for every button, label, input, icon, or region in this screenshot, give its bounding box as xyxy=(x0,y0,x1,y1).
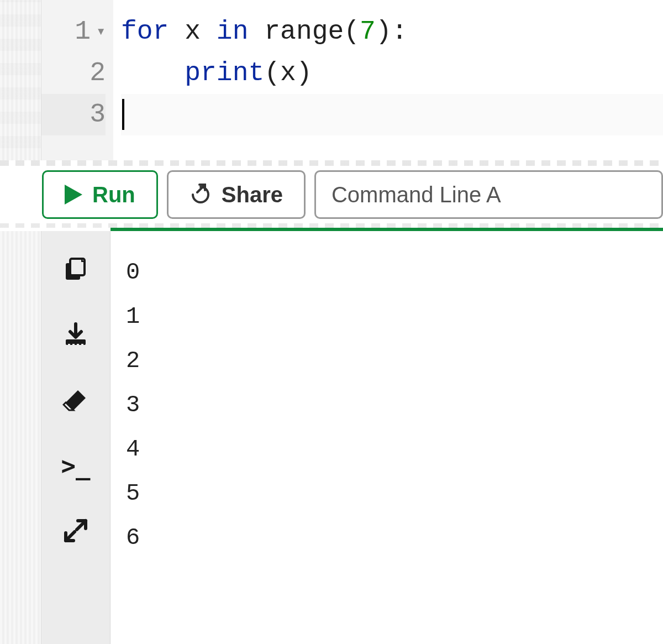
output-line: 6 xyxy=(126,516,663,561)
output-text[interactable]: 0123456 xyxy=(110,231,663,644)
output-panel: >_ 0123456 xyxy=(0,231,663,644)
copy-icon xyxy=(62,256,89,283)
output-toolbar: >_ xyxy=(41,231,110,644)
share-button[interactable]: Share xyxy=(167,170,306,219)
output-line: 3 xyxy=(126,384,663,428)
share-button-label: Share xyxy=(222,182,283,207)
command-line-button[interactable]: Command Line A xyxy=(314,170,663,219)
terminal-icon: >_ xyxy=(61,452,91,480)
text-cursor xyxy=(122,99,124,130)
output-line: 0 xyxy=(126,251,663,295)
button-divider xyxy=(0,223,663,228)
code-line[interactable] xyxy=(121,94,663,135)
svg-rect-6 xyxy=(77,344,79,346)
download-icon xyxy=(62,322,89,348)
copy-button[interactable] xyxy=(59,253,92,286)
run-button-label: Run xyxy=(92,182,135,207)
action-bar: Run Share Command Line A xyxy=(0,166,663,223)
editor-left-strip xyxy=(0,0,41,160)
eraser-icon xyxy=(62,387,89,413)
code-content[interactable]: for x in range(7): print(x) xyxy=(113,0,663,160)
fullscreen-icon xyxy=(62,517,89,544)
output-left-strip xyxy=(0,231,41,644)
editor-divider xyxy=(0,160,663,166)
play-icon xyxy=(65,185,82,205)
svg-rect-4 xyxy=(68,344,70,346)
svg-rect-7 xyxy=(81,344,83,346)
fullscreen-button[interactable] xyxy=(59,514,92,547)
fold-caret-icon[interactable]: ▾ xyxy=(96,11,106,53)
line-number-gutter: 1▾23 xyxy=(41,0,113,160)
share-icon xyxy=(190,184,212,206)
erase-button[interactable] xyxy=(59,384,92,417)
terminal-button[interactable]: >_ xyxy=(59,449,92,482)
code-editor[interactable]: 1▾23 for x in range(7): print(x) xyxy=(0,0,663,160)
svg-rect-5 xyxy=(72,344,75,346)
run-button[interactable]: Run xyxy=(42,170,158,219)
output-line: 5 xyxy=(126,472,663,516)
output-line: 4 xyxy=(126,428,663,472)
svg-marker-0 xyxy=(65,185,82,205)
line-number: 2 xyxy=(41,53,106,94)
line-number: 3 xyxy=(41,94,106,135)
code-line[interactable]: print(x) xyxy=(121,53,663,94)
download-button[interactable] xyxy=(59,318,92,352)
line-number: 1▾ xyxy=(41,11,106,53)
output-line: 2 xyxy=(126,339,663,384)
output-line: 1 xyxy=(126,295,663,339)
code-line[interactable]: for x in range(7): xyxy=(121,11,663,53)
app-root: 1▾23 for x in range(7): print(x) Run Sha… xyxy=(0,0,663,644)
command-line-label: Command Line A xyxy=(332,182,501,207)
